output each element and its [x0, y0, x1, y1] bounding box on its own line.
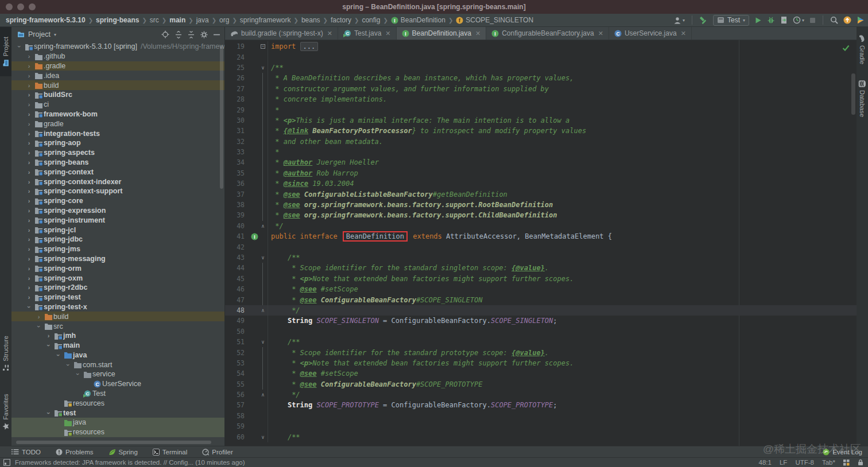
- code-line[interactable]: 42: [225, 242, 857, 252]
- user-button[interactable]: ▾: [673, 17, 685, 24]
- code-line[interactable]: 55 * @see ConfigurableBeanFactory#SCOPE_…: [225, 379, 857, 390]
- breadcrumb-item-src[interactable]: src: [149, 16, 160, 24]
- tree-chevron-icon[interactable]: ›: [25, 159, 33, 166]
- column-mode-icon[interactable]: [843, 460, 850, 466]
- tree-item-spring-r2dbc[interactable]: ›spring-r2dbc: [11, 283, 224, 293]
- tree-item-spring-jms[interactable]: ›spring-jms: [11, 244, 224, 254]
- code-line[interactable]: 35 * @author Rob Harrop: [225, 168, 857, 178]
- code-line[interactable]: 48∧ */: [225, 305, 857, 316]
- fold-marker[interactable]: [258, 294, 268, 305]
- tree-chevron-icon[interactable]: ›: [34, 323, 43, 330]
- breadcrumb-item-org[interactable]: org: [218, 16, 230, 24]
- tree-chevron-icon[interactable]: ›: [25, 130, 33, 137]
- fold-marker[interactable]: [258, 178, 268, 189]
- tree-item-jmh[interactable]: ›jmh: [11, 331, 224, 341]
- tree-item-spring-expression[interactable]: ›spring-expression: [11, 206, 224, 216]
- breadcrumb-item-java[interactable]: java: [195, 16, 210, 24]
- tool-window-button-todo[interactable]: TODO: [11, 449, 41, 456]
- editor-tab-Test.java[interactable]: CTest.java✕: [338, 27, 397, 40]
- editor-body[interactable]: 19+import ...2425∨/**26 * A BeanDefiniti…: [225, 40, 857, 446]
- tool-window-button-structure[interactable]: Structure: [0, 324, 11, 383]
- update-button[interactable]: [843, 16, 851, 24]
- tree-chevron-icon[interactable]: ›: [44, 342, 53, 349]
- tool-window-button-spring[interactable]: Spring: [108, 449, 138, 456]
- code-line[interactable]: 52 * Scope identifier for the standard p…: [225, 347, 857, 357]
- tree-item-spring-test[interactable]: ›spring-test: [11, 293, 224, 302]
- tree-chevron-icon[interactable]: ›: [25, 178, 33, 185]
- code-line[interactable]: 39 * @see org.springframework.beans.fact…: [225, 210, 857, 220]
- tree-item-spring-oxm[interactable]: ›spring-oxm: [11, 273, 224, 283]
- inspections-ok-icon[interactable]: [842, 45, 850, 51]
- tree-chevron-icon[interactable]: ›: [25, 91, 33, 98]
- editor-tab-build.gradle___spring-test-x_[interactable]: build.gradle (:spring-test-x)✕: [225, 27, 338, 40]
- fold-marker[interactable]: [258, 73, 268, 83]
- code-line[interactable]: 24: [225, 52, 857, 62]
- readonly-lock-icon[interactable]: [858, 459, 863, 466]
- tree-item-buildSrc[interactable]: ›buildSrc: [11, 90, 224, 100]
- status-message[interactable]: Frameworks detected: JPA framework is de…: [15, 459, 245, 466]
- fold-marker[interactable]: ∨: [258, 337, 268, 347]
- code-line[interactable]: 19+import ...: [225, 41, 857, 52]
- tool-window-button-terminal[interactable]: Terminal: [153, 449, 187, 456]
- code-line[interactable]: 25∨/**: [225, 63, 857, 73]
- close-tab-icon[interactable]: ✕: [327, 30, 332, 37]
- code-line[interactable]: 30 * <p>This is just a minimal interface…: [225, 115, 857, 126]
- editor-tab-UserService.java[interactable]: CUserService.java✕: [609, 27, 692, 40]
- code-line[interactable]: 40∧ */: [225, 221, 857, 231]
- fold-marker[interactable]: [258, 189, 268, 199]
- tree-item-spring-context-support[interactable]: ›spring-context-support: [11, 186, 224, 196]
- run-configuration-selector[interactable]: Test▾: [713, 15, 749, 26]
- tree-chevron-icon[interactable]: ›: [25, 246, 33, 252]
- tree-chevron-icon[interactable]: ›: [25, 284, 33, 291]
- run-button[interactable]: [754, 17, 762, 24]
- fold-marker[interactable]: [258, 274, 268, 284]
- tree-chevron-icon[interactable]: ›: [25, 53, 33, 60]
- fold-marker[interactable]: [258, 157, 268, 168]
- tree-item-Test[interactable]: CTest: [11, 389, 224, 399]
- tree-item-spring-context-indexer[interactable]: ›spring-context-indexer: [11, 177, 224, 186]
- fold-marker[interactable]: [258, 126, 268, 136]
- fold-marker[interactable]: [258, 284, 268, 294]
- tree-chevron-icon[interactable]: ›: [25, 120, 33, 127]
- code-line[interactable]: 37 * @see ConfigurableListableBeanFactor…: [225, 189, 857, 199]
- encoding-widget[interactable]: UTF-8: [795, 459, 814, 466]
- tree-item-java[interactable]: ›java: [11, 351, 224, 360]
- breadcrumb-item-config[interactable]: config: [361, 16, 381, 24]
- tree-item-spring-aspects[interactable]: ›spring-aspects: [11, 148, 224, 158]
- tree-item-spring-jdbc[interactable]: ›spring-jdbc: [11, 235, 224, 244]
- tree-chevron-icon[interactable]: ›: [25, 236, 33, 243]
- tree-chevron-icon[interactable]: ›: [25, 82, 33, 89]
- editor-vertical-scrollbar[interactable]: [851, 73, 855, 115]
- tree-chevron-icon[interactable]: ›: [25, 139, 33, 146]
- tree-item-framework-bom[interactable]: ›framework-bom: [11, 110, 224, 119]
- tree-item-gradle[interactable]: ›gradle: [11, 119, 224, 129]
- code-line[interactable]: 27 * constructor argument values, and fu…: [225, 84, 857, 94]
- close-tab-icon[interactable]: ✕: [385, 30, 390, 37]
- code-line[interactable]: 26 * A BeanDefinition describes a bean i…: [225, 73, 857, 83]
- tree-chevron-icon[interactable]: ›: [25, 227, 33, 234]
- breadcrumb-item-beans[interactable]: beans: [300, 16, 321, 24]
- fold-marker[interactable]: [258, 137, 268, 147]
- code-line[interactable]: 41Ipublic interface BeanDefinition exten…: [225, 231, 857, 242]
- fold-marker[interactable]: [258, 411, 268, 421]
- tree-item-service[interactable]: ›service: [11, 369, 224, 379]
- tree-chevron-icon[interactable]: ›: [25, 265, 33, 272]
- fold-marker[interactable]: ∨: [258, 63, 268, 73]
- fold-marker[interactable]: ∨: [258, 252, 268, 263]
- line-separator-widget[interactable]: LF: [780, 459, 787, 466]
- tree-chevron-icon[interactable]: ›: [25, 72, 33, 79]
- tree-item-src[interactable]: ›src: [11, 321, 224, 331]
- breadcrumb-item-spring-framework-5.3.10[interactable]: spring-framework-5.3.10: [5, 16, 87, 24]
- tree-chevron-icon[interactable]: ›: [25, 169, 33, 176]
- tree-item-UserService[interactable]: CUserService: [11, 379, 224, 389]
- code-line[interactable]: 38 * @see org.springframework.beans.fact…: [225, 200, 857, 210]
- project-tree-vertical-scrollbar[interactable]: [220, 45, 223, 189]
- tool-window-button-database[interactable]: Database: [857, 72, 868, 126]
- fold-marker[interactable]: ∧: [258, 305, 268, 316]
- tree-chevron-icon[interactable]: ›: [25, 294, 33, 301]
- code-line[interactable]: 45 * <p>Note that extended bean factorie…: [225, 274, 857, 284]
- coverage-button[interactable]: [780, 16, 788, 24]
- tree-item-spring-core[interactable]: ›spring-core: [11, 196, 224, 206]
- code-line[interactable]: 54 * @see #setScope: [225, 368, 857, 379]
- code-line[interactable]: 44 * Scope identifier for the standard s…: [225, 263, 857, 273]
